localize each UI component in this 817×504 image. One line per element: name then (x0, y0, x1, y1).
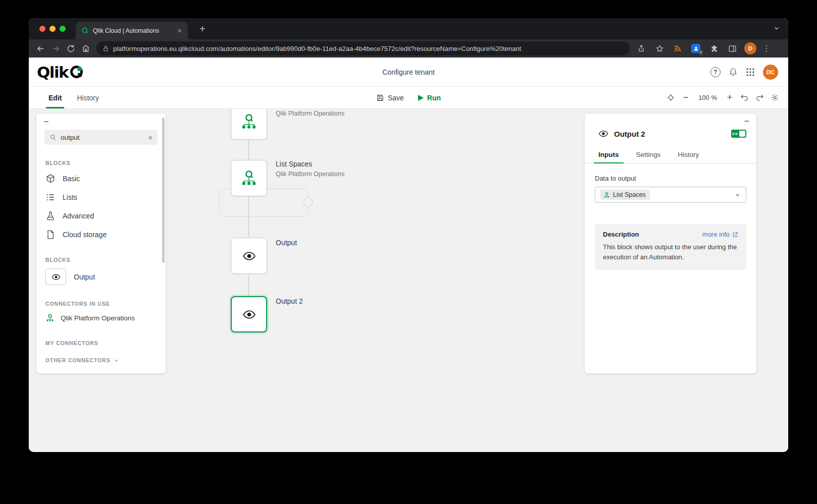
external-link-icon (732, 232, 738, 238)
fullscreen-window-button[interactable] (60, 26, 66, 32)
notifications-bell-icon[interactable] (729, 68, 738, 77)
connector-qlik-platform-operations[interactable]: Qlik Platform Operations (36, 310, 166, 326)
section-label-my-connectors: MY CONNECTORS (45, 340, 157, 346)
tab-history[interactable]: History (69, 87, 107, 108)
tab-search-chevron-icon[interactable] (773, 25, 780, 34)
browser-nav-bar: platformoperations.eu.qlikcloud.com/auto… (29, 39, 788, 58)
drop-zone-connector[interactable] (303, 198, 313, 207)
block-palette-panel: − × BLOCKS Basic Lists Advanced Clo (36, 114, 166, 373)
browser-tab[interactable]: Qlik Cloud | Automations × (76, 22, 188, 39)
tab-edit[interactable]: Edit (41, 87, 69, 108)
palette-item-output[interactable]: Output (36, 266, 166, 288)
qlik-favicon-icon (81, 27, 89, 35)
inspector-body: Data to output List Spaces (585, 163, 756, 270)
forward-icon[interactable] (48, 41, 63, 56)
browser-window: Qlik Cloud | Automations × + platformope… (29, 18, 788, 452)
collapse-inspector-button[interactable]: − (744, 116, 749, 127)
extensions-puzzle-icon[interactable] (706, 41, 722, 56)
block-list-spaces[interactable] (231, 160, 267, 196)
side-panel-icon[interactable] (725, 41, 740, 56)
zoom-level: 100 % (696, 94, 719, 101)
qlik-platform-operations-icon (603, 192, 610, 198)
tab-history[interactable]: History (669, 146, 707, 163)
reload-icon[interactable] (63, 41, 78, 56)
block-label: Qlik Platform Operations (276, 109, 344, 118)
selected-output-chip: List Spaces (600, 190, 650, 200)
automation-title: Configure tenant (382, 68, 435, 76)
redo-icon[interactable] (755, 93, 764, 102)
block-search[interactable]: × (44, 130, 158, 145)
palette-item-advanced[interactable]: Advanced (36, 206, 166, 225)
block-label: Output 2 (276, 297, 303, 306)
list-icon (45, 192, 56, 202)
block-output[interactable] (231, 238, 267, 274)
inspector-header: Output 2 (585, 114, 756, 139)
document-icon (45, 230, 56, 240)
share-icon[interactable] (634, 41, 649, 56)
rss-extension-icon[interactable] (670, 41, 685, 56)
qlik-platform-operations-icon (240, 169, 258, 187)
tab-inputs[interactable]: Inputs (590, 146, 628, 163)
url-bar[interactable]: platformoperations.eu.qlikcloud.com/auto… (96, 41, 630, 55)
url-text: platformoperations.eu.qlikcloud.com/auto… (113, 45, 521, 52)
undo-icon[interactable] (740, 93, 749, 102)
chevron-down-icon (114, 358, 119, 363)
search-input[interactable] (61, 134, 144, 141)
cube-icon (45, 174, 56, 184)
account-extension-icon[interactable]: 6 (688, 41, 703, 56)
block-label: Output (276, 239, 297, 247)
run-button[interactable]: Run (418, 94, 441, 102)
home-icon[interactable] (78, 41, 93, 56)
block-qlik-connector-1[interactable] (231, 109, 267, 140)
browser-tab-bar: Qlik Cloud | Automations × + (29, 18, 788, 39)
tab-settings[interactable]: Settings (628, 146, 670, 163)
block-label: List Spaces Qlik Platform Operations (276, 160, 344, 179)
section-label-connectors-in-use: CONNECTORS IN USE (45, 301, 157, 307)
play-icon (418, 95, 424, 101)
app-header: Qlik Configure tenant ? DC (29, 58, 788, 87)
bookmark-star-icon[interactable] (652, 41, 667, 56)
settings-gear-icon[interactable] (771, 93, 779, 102)
more-info-link[interactable]: more info (702, 231, 738, 238)
section-label-blocks: BLOCKS (45, 160, 157, 166)
browser-menu-icon[interactable]: ⋮ (761, 44, 772, 53)
search-icon (49, 134, 57, 141)
palette-item-cloud-storage[interactable]: Cloud storage (36, 225, 166, 244)
browser-profile-avatar[interactable]: D (743, 41, 758, 56)
back-icon[interactable] (33, 41, 48, 56)
new-tab-button[interactable]: + (195, 23, 210, 35)
zoom-in-button[interactable]: + (726, 92, 734, 103)
clear-search-icon[interactable]: × (148, 133, 152, 142)
connector-line (248, 140, 249, 160)
save-icon (376, 94, 384, 102)
palette-item-basic[interactable]: Basic (36, 169, 166, 188)
description-text: This block shows output to the user duri… (603, 242, 738, 262)
palette-item-lists[interactable]: Lists (36, 188, 166, 206)
site-security-lock-icon[interactable] (103, 45, 109, 52)
user-avatar[interactable]: DC (763, 65, 778, 80)
data-to-output-select[interactable]: List Spaces (595, 187, 746, 203)
zoom-out-button[interactable]: − (682, 92, 690, 103)
save-button[interactable]: Save (376, 94, 404, 102)
close-window-button[interactable] (39, 26, 45, 32)
qlik-platform-operations-icon (45, 313, 55, 322)
help-icon[interactable]: ? (710, 67, 721, 77)
tab-title: Qlik Cloud | Automations (93, 27, 173, 34)
toolbar-right-actions: − 100 % + (667, 92, 779, 103)
section-label-blocks-2: BLOCKS (45, 257, 157, 263)
qlik-logo[interactable]: Qlik (37, 63, 83, 81)
eye-icon (242, 249, 256, 263)
editor-mode-tabs: Edit History (41, 87, 107, 108)
tab-close-icon[interactable]: × (177, 27, 183, 35)
palette-scrollbar[interactable] (162, 118, 165, 263)
app-launcher-waffle-icon[interactable] (746, 68, 755, 77)
qlik-logo-mark-icon (70, 66, 83, 78)
collapse-palette-button[interactable]: − (36, 114, 49, 126)
block-output-2[interactable] (231, 296, 267, 332)
minimize-window-button[interactable] (49, 26, 56, 32)
center-canvas-crosshair-icon[interactable] (667, 93, 675, 102)
section-other-connectors[interactable]: OTHER CONNECTORS (45, 357, 157, 363)
qlik-platform-operations-icon (240, 113, 258, 131)
block-enabled-toggle[interactable] (731, 130, 746, 138)
eye-icon (598, 129, 608, 139)
